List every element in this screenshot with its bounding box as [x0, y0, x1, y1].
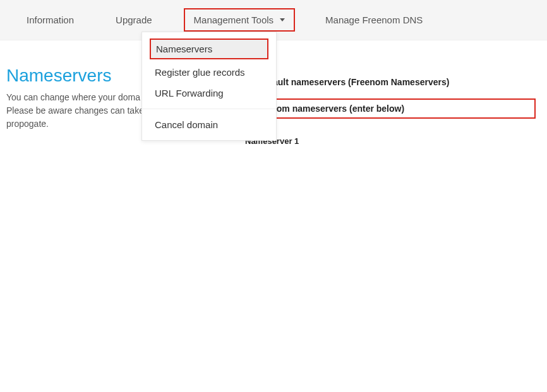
nav-information[interactable]: Information — [15, 8, 85, 32]
label-ns1: Nameserver 1 — [245, 136, 536, 146]
option-custom-label: custom nameservers (enter below) — [258, 104, 404, 114]
nameserver-fields: Nameserver 1 Nameserver 2 Nameserver 3 N… — [245, 136, 536, 150]
dropdown-item-cancel-domain[interactable]: Cancel domain — [142, 114, 276, 139]
management-tools-dropdown: Nameservers Register glue records URL Fo… — [141, 32, 277, 141]
option-default-label: default nameservers (Freenom Nameservers… — [260, 77, 449, 87]
dropdown-separator — [142, 109, 276, 109]
dropdown-item-url-forwarding[interactable]: URL Forwarding — [142, 83, 276, 104]
nav-management-tools[interactable]: Management Tools — [184, 8, 295, 32]
dropdown-item-nameservers[interactable]: Nameservers — [150, 39, 268, 59]
nav-management-tools-label: Management Tools — [194, 15, 274, 25]
chevron-down-icon — [280, 18, 285, 21]
dropdown-item-glue[interactable]: Register glue records — [142, 62, 276, 83]
nameserver-form: default nameservers (Freenom Nameservers… — [245, 77, 536, 150]
nav-manage-dns[interactable]: Manage Freenom DNS — [314, 8, 434, 32]
nav-upgrade[interactable]: Upgrade — [104, 8, 164, 32]
option-custom-nameservers[interactable]: custom nameservers (enter below) — [243, 98, 536, 119]
option-default-nameservers[interactable]: default nameservers (Freenom Nameservers… — [245, 77, 536, 87]
